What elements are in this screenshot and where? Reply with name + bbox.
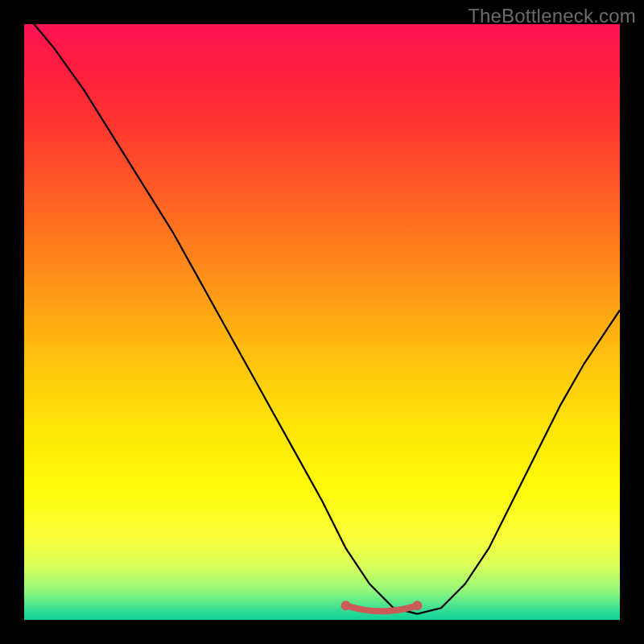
optimal-range-band <box>346 605 418 611</box>
plot-area <box>24 24 620 620</box>
chart-svg <box>24 24 620 620</box>
watermark-text: TheBottleneck.com <box>468 5 636 27</box>
optimal-range-end-dot <box>412 601 422 610</box>
optimal-range-start-dot <box>341 601 351 610</box>
bottleneck-curve <box>24 24 620 614</box>
